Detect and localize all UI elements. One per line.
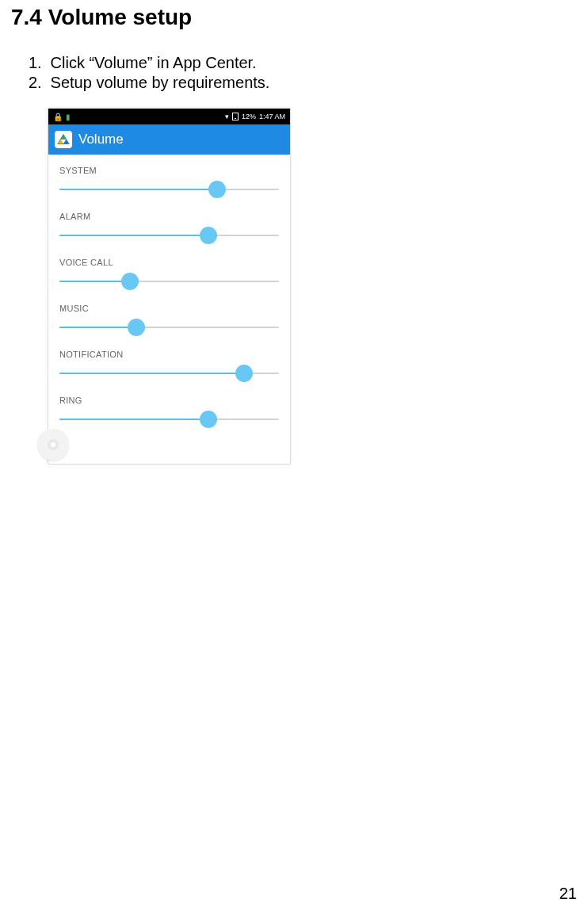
slider-label: ALARM [59,212,279,221]
lock-icon: 🔒 [53,113,63,121]
slider-fill [59,373,244,374]
slider-fill [59,419,208,420]
slider-system[interactable] [59,180,279,199]
clock-time: 1:47 AM [259,113,285,120]
page-number: 21 [559,885,577,903]
app-bar-title: Volume [78,132,124,147]
slider-label: RING [59,396,279,405]
slider-label: MUSIC [59,304,279,313]
status-bar: 🔒 ▮ ▾ 12% 1:47 AM [48,109,290,124]
slider-music[interactable] [59,318,279,337]
instruction-text: Setup volume by requirements. [51,74,270,91]
fab-circle-icon [48,439,59,450]
instruction-text: Click “Volume” in App Center. [51,54,257,71]
slider-voice-call[interactable] [59,272,279,291]
volume-item-alarm: ALARM [48,207,290,253]
section-heading: 7.4 Volume setup [11,5,588,30]
volume-item-system: SYSTEM [48,161,290,207]
status-right: ▾ 12% 1:47 AM [225,113,285,120]
volume-settings-list: SYSTEM ALARM VOICE CALL [48,155,290,464]
slider-thumb[interactable] [128,319,145,336]
slider-thumb[interactable] [208,181,226,198]
volume-item-music: MUSIC [48,299,290,345]
volume-item-voice-call: VOICE CALL [48,253,290,299]
floating-action-button[interactable] [37,429,69,461]
document-page: 7.4 Volume setup 1. Click “Volume” in Ap… [0,5,588,906]
instruction-item: 2. Setup volume by requirements. [29,74,588,92]
volume-item-notification: NOTIFICATION [48,345,290,391]
slider-label: SYSTEM [59,166,279,175]
slider-fill [59,235,208,236]
instruction-list: 1. Click “Volume” in App Center. 2. Setu… [29,54,588,92]
status-left: 🔒 ▮ [53,113,71,121]
slider-thumb[interactable] [121,273,139,290]
app-bar: Volume [48,124,290,155]
slider-notification[interactable] [59,364,279,383]
fab-area [48,432,290,464]
app-logo-icon [55,131,72,148]
slider-thumb[interactable] [200,411,217,428]
slider-alarm[interactable] [59,226,279,245]
list-number: 2. [29,74,46,92]
slider-label: NOTIFICATION [59,350,279,359]
slider-ring[interactable] [59,410,279,429]
battery-icon [232,113,239,120]
instruction-item: 1. Click “Volume” in App Center. [29,54,588,72]
slider-fill [59,281,130,282]
slider-thumb[interactable] [200,227,217,244]
phone-screenshot: 🔒 ▮ ▾ 12% 1:47 AM Volume SYSTEM [48,108,291,464]
battery-small-icon: ▮ [66,113,71,121]
wifi-icon: ▾ [225,113,229,120]
list-number: 1. [29,54,46,72]
slider-label: VOICE CALL [59,258,279,267]
slider-fill [59,327,136,328]
battery-pct: 12% [242,113,256,120]
volume-item-ring: RING [48,391,290,432]
slider-fill [59,189,217,190]
slider-thumb[interactable] [235,365,253,382]
